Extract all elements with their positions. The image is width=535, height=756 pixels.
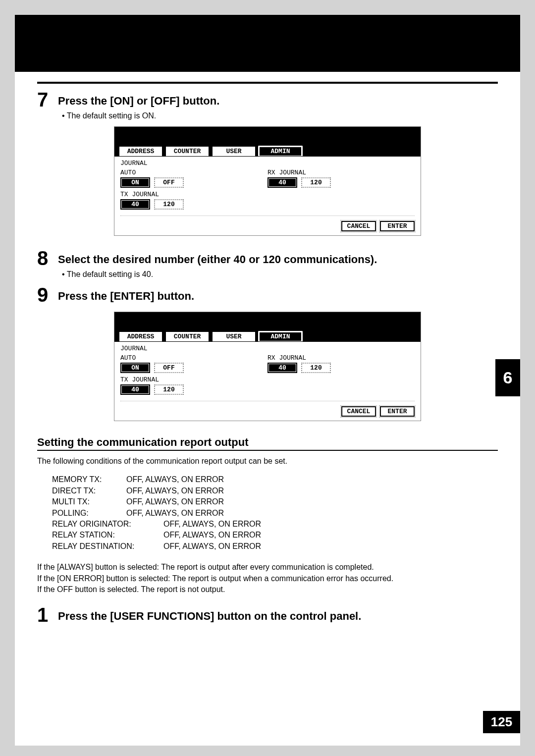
chapter-side-tab: 6: [495, 359, 520, 396]
enter-button[interactable]: ENTER: [380, 221, 415, 231]
step-title: Select the desired number (either 40 or …: [58, 248, 377, 266]
step-number: 1: [37, 605, 53, 625]
option-row: MEMORY TX:OFF, ALWAYS, ON ERROR: [52, 474, 498, 485]
step-title: Press the [ON] or [OFF] button.: [58, 90, 219, 108]
option-row: RELAY ORIGINATOR:OFF, ALWAYS, ON ERROR: [52, 519, 498, 530]
rx-journal-label: RX JOURNAL: [268, 354, 415, 362]
step-1: 1 Press the [USER FUNCTIONS] button on t…: [37, 605, 498, 625]
tab-counter[interactable]: COUNTER: [165, 146, 210, 156]
journal-label: JOURNAL: [120, 160, 415, 167]
off-button[interactable]: OFF: [154, 177, 184, 188]
lcd-screenshot-1: ADDRESS COUNTER USER ADMIN JOURNAL AUTO …: [114, 126, 421, 236]
rx-120-button[interactable]: 120: [301, 177, 331, 188]
lcd-footer: CANCEL ENTER: [114, 221, 421, 235]
page-number: 125: [483, 711, 520, 733]
option-label: RELAY DESTINATION:: [52, 541, 163, 552]
note-line: If the OFF button is selected. The repor…: [37, 584, 498, 595]
dotted-divider: [120, 216, 415, 216]
tx-40-button[interactable]: 40: [120, 384, 150, 395]
option-label: POLLING:: [52, 508, 126, 519]
step-bullet: The default setting is 40.: [62, 270, 498, 279]
lcd-body: JOURNAL AUTO ON OFF TX JOURNAL 40 120 RX…: [114, 342, 421, 406]
step-number: 8: [37, 248, 53, 268]
rx-120-button[interactable]: 120: [301, 363, 331, 373]
option-row: DIRECT TX:OFF, ALWAYS, ON ERROR: [52, 486, 498, 496]
section-intro: The following conditions of the communic…: [37, 456, 498, 467]
tab-admin[interactable]: ADMIN: [258, 331, 303, 341]
option-values: OFF, ALWAYS, ON ERROR: [126, 508, 224, 519]
tx-120-button[interactable]: 120: [154, 199, 184, 210]
tab-address[interactable]: ADDRESS: [118, 331, 163, 341]
option-values: OFF, ALWAYS, ON ERROR: [126, 486, 224, 496]
top-rule: [37, 82, 498, 84]
step-9: 9 Press the [ENTER] button.: [37, 285, 498, 305]
auto-label: AUTO: [120, 354, 268, 362]
option-label: MEMORY TX:: [52, 474, 126, 485]
enter-button[interactable]: ENTER: [380, 406, 415, 417]
options-table: MEMORY TX:OFF, ALWAYS, ON ERRORDIRECT TX…: [52, 474, 498, 552]
rx-40-button[interactable]: 40: [268, 363, 297, 373]
page-content: 7 Press the [ON] or [OFF] button. The de…: [15, 72, 520, 746]
option-values: OFF, ALWAYS, ON ERROR: [163, 530, 261, 540]
section-underline: [37, 450, 498, 451]
tab-address[interactable]: ADDRESS: [118, 146, 163, 156]
option-values: OFF, ALWAYS, ON ERROR: [163, 519, 261, 530]
option-label: RELAY STATION:: [52, 530, 163, 540]
journal-label: JOURNAL: [120, 345, 415, 352]
on-button[interactable]: ON: [120, 363, 150, 373]
tab-counter[interactable]: COUNTER: [165, 331, 210, 341]
option-values: OFF, ALWAYS, ON ERROR: [126, 474, 224, 485]
tab-admin[interactable]: ADMIN: [258, 146, 303, 156]
lcd-tabs: ADDRESS COUNTER USER ADMIN: [114, 331, 421, 341]
cancel-button[interactable]: CANCEL: [341, 406, 376, 417]
option-row: RELAY STATION:OFF, ALWAYS, ON ERROR: [52, 530, 498, 540]
option-row: RELAY DESTINATION:OFF, ALWAYS, ON ERROR: [52, 541, 498, 552]
option-label: DIRECT TX:: [52, 486, 126, 496]
option-label: MULTI TX:: [52, 496, 126, 507]
rx-journal-label: RX JOURNAL: [268, 169, 415, 176]
tx-journal-label: TX JOURNAL: [120, 376, 268, 383]
notes-block: If the [ALWAYS] button is selected: The …: [37, 562, 498, 595]
rx-40-button[interactable]: 40: [268, 177, 297, 188]
top-black-header: [15, 15, 520, 72]
step-bullet: The default setting is ON.: [62, 111, 498, 120]
lcd-screenshot-2: ADDRESS COUNTER USER ADMIN JOURNAL AUTO …: [114, 312, 421, 421]
lcd-body: JOURNAL AUTO ON OFF TX JOURNAL 40 120 RX…: [114, 157, 421, 221]
step-title: Press the [ENTER] button.: [58, 285, 194, 303]
option-row: MULTI TX:OFF, ALWAYS, ON ERROR: [52, 496, 498, 507]
step-title: Press the [USER FUNCTIONS] button on the…: [58, 605, 361, 623]
option-values: OFF, ALWAYS, ON ERROR: [126, 496, 224, 507]
lcd-footer: CANCEL ENTER: [114, 406, 421, 421]
step-number: 9: [37, 285, 53, 305]
dotted-divider: [120, 401, 415, 401]
note-line: If the [ON ERROR] button is selected: Th…: [37, 573, 498, 584]
option-row: POLLING:OFF, ALWAYS, ON ERROR: [52, 508, 498, 519]
option-label: RELAY ORIGINATOR:: [52, 519, 163, 530]
step-8: 8 Select the desired number (either 40 o…: [37, 248, 498, 268]
tab-user[interactable]: USER: [212, 146, 256, 156]
section-heading: Setting the communication report output: [37, 436, 498, 449]
cancel-button[interactable]: CANCEL: [341, 221, 376, 231]
lcd-tabs: ADDRESS COUNTER USER ADMIN: [114, 146, 421, 156]
on-button[interactable]: ON: [120, 177, 150, 188]
tab-user[interactable]: USER: [212, 331, 256, 341]
tx-40-button[interactable]: 40: [120, 199, 150, 210]
tx-journal-label: TX JOURNAL: [120, 191, 268, 198]
step-number: 7: [37, 90, 53, 109]
auto-label: AUTO: [120, 169, 268, 176]
step-7: 7 Press the [ON] or [OFF] button.: [37, 90, 498, 109]
off-button[interactable]: OFF: [154, 363, 184, 373]
note-line: If the [ALWAYS] button is selected: The …: [37, 562, 498, 573]
tx-120-button[interactable]: 120: [154, 384, 184, 395]
option-values: OFF, ALWAYS, ON ERROR: [163, 541, 261, 552]
